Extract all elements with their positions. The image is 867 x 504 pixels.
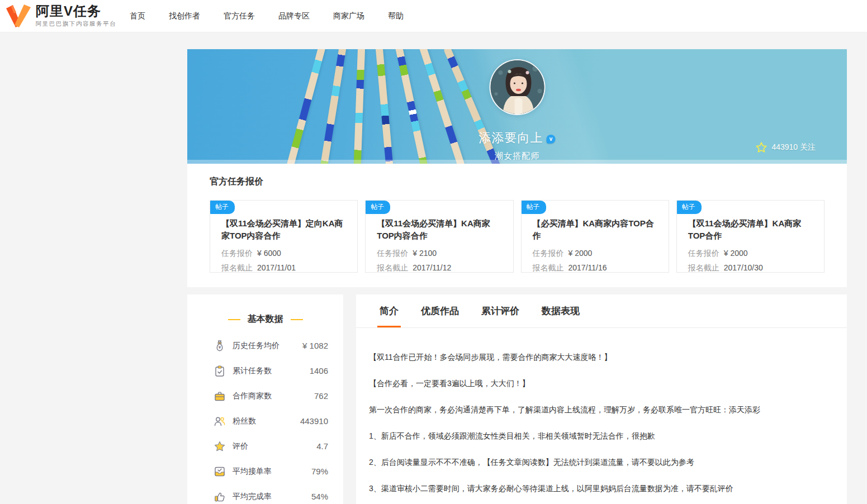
- logo-subtitle: 阿里巴巴旗下内容服务平台: [36, 20, 116, 28]
- nav-item-home[interactable]: 首页: [130, 11, 145, 21]
- inbox-check-icon: [213, 465, 226, 478]
- logo-title: 阿里V任务: [36, 4, 116, 18]
- deadline-label: 报名截止: [533, 263, 564, 273]
- tab-intro[interactable]: 简介: [380, 294, 399, 327]
- profile-name: 添添要向上: [479, 130, 543, 146]
- deadline-value: 2017/11/16: [568, 263, 607, 273]
- deadline-label: 报名截止: [377, 263, 408, 273]
- logo-v-icon: [6, 4, 31, 28]
- stat-partner-merchants: 合作商家数 762: [187, 383, 343, 408]
- intro-paragraph: 3、渠道审核小二需要时间，请大家务必耐心等待渠道上线，以阿里妈妈后台流量数据为准…: [369, 483, 833, 494]
- task-title: 【双11会场必买清单】定向KA商家TOP内容合作: [221, 217, 346, 242]
- banner-decor-sticks: [296, 49, 486, 164]
- price-value: ¥ 2100: [413, 249, 437, 259]
- section-title-official-tasks: 官方任务报价: [210, 176, 825, 188]
- stat-completion-rate: 平均完成率 54%: [187, 484, 343, 504]
- price-label: 任务报价: [377, 249, 408, 259]
- money-bag-icon: ¥: [213, 339, 226, 353]
- deadline-value: 2017/10/30: [724, 263, 763, 273]
- basic-data-panel: 基本数据 ¥ 历史任务均价 ¥ 1082: [187, 294, 343, 504]
- intro-content: 【双11合作已开始！多会场同步展现，需要合作的商家大大速度咯！】 【合作必看，一…: [356, 328, 847, 504]
- follow-count-label: 443910 关注: [771, 142, 816, 153]
- basic-data-title: 基本数据: [187, 313, 343, 325]
- main-nav: 首页 找创作者 官方任务 品牌专区 商家广场 帮助: [130, 11, 427, 21]
- tab-reviews[interactable]: 累计评价: [481, 294, 519, 327]
- price-label: 任务报价: [533, 249, 564, 259]
- nav-item-official-tasks[interactable]: 官方任务: [224, 11, 255, 21]
- task-title: 【双11会场必买清单】KA商家TOP合作: [688, 217, 813, 242]
- intro-paragraph: 【双11合作已开始！多会场同步展现，需要合作的商家大大速度咯！】: [369, 351, 833, 363]
- post-type-badge: 帖子: [366, 201, 390, 214]
- stat-total-tasks: 累计任务数 1406: [187, 358, 343, 383]
- task-card[interactable]: 帖子 【双11会场必买清单】KA商家TOP内容合作 任务报价¥ 2100 报名截…: [365, 200, 513, 273]
- deadline-label: 报名截止: [221, 263, 253, 273]
- task-card[interactable]: 帖子 【必买清单】KA商家内容TOP合作 任务报价¥ 2000 报名截止2017…: [521, 200, 669, 273]
- stat-fans: 粉丝数 443910: [187, 408, 343, 434]
- task-title: 【双11会场必买清单】KA商家TOP内容合作: [377, 217, 501, 242]
- intro-paragraph: 2、后台阅读量显示不不不准确，【任务文章阅读数】无法统计到渠道流量，请不要以此为…: [369, 457, 833, 468]
- stat-rating: 评价 4.7: [187, 434, 343, 459]
- star-follow-icon: [755, 141, 767, 154]
- profile-detail-panel: 简介 优质作品 累计评价 数据表现 【双11合作已开始！多会场同步展现，需要合作…: [356, 294, 847, 504]
- post-type-badge: 帖子: [522, 201, 546, 214]
- profile-banner: 添添要向上 v 潮女搭配师 443910 关注: [187, 49, 847, 164]
- price-value: ¥ 2000: [724, 249, 748, 259]
- price-value: ¥ 2000: [568, 249, 593, 259]
- deadline-value: 2017/11/01: [257, 263, 296, 273]
- intro-paragraph: 1、新店不合作，领域必须跟潮流女性类目相关，非相关领域暂时无法合作，很抱歉: [369, 430, 833, 441]
- tab-data-performance[interactable]: 数据表现: [542, 294, 580, 327]
- star-icon: [213, 440, 226, 453]
- nav-item-merchant-plaza[interactable]: 商家广场: [333, 11, 364, 21]
- nav-item-brand-zone[interactable]: 品牌专区: [278, 11, 310, 21]
- intro-paragraph: 第一次合作的商家，务必沟通清楚再下单，了解渠道内容上线流程，理解万岁，务必联系唯…: [369, 404, 833, 415]
- task-card[interactable]: 帖子 【双11会场必买清单】KA商家TOP合作 任务报价¥ 2000 报名截止2…: [676, 200, 825, 273]
- task-title: 【必买清单】KA商家内容TOP合作: [533, 217, 657, 242]
- stat-avg-task-price: ¥ 历史任务均价 ¥ 1082: [187, 333, 343, 358]
- post-type-badge: 帖子: [677, 201, 702, 214]
- intro-paragraph: 【合作必看，一定要看3遍以上哦，大大们！】: [369, 378, 833, 389]
- stat-acceptance-rate: 平均接单率 79%: [187, 459, 343, 484]
- price-value: ¥ 6000: [257, 249, 281, 259]
- hand-ok-icon: [213, 490, 226, 503]
- clipboard-icon: [213, 364, 226, 378]
- briefcase-icon: [213, 389, 226, 403]
- profile-tabs: 简介 优质作品 累计评价 数据表现: [356, 294, 847, 328]
- tab-featured-works[interactable]: 优质作品: [421, 294, 459, 327]
- task-card[interactable]: 帖子 【双11会场必买清单】定向KA商家TOP内容合作 任务报价¥ 6000 报…: [210, 200, 358, 273]
- follow-count[interactable]: 443910 关注: [755, 141, 816, 154]
- verified-badge-icon: v: [547, 135, 556, 144]
- logo[interactable]: 阿里V任务 阿里巴巴旗下内容服务平台: [6, 4, 130, 28]
- post-type-badge: 帖子: [210, 201, 235, 214]
- price-label: 任务报价: [221, 249, 253, 259]
- top-navbar: 阿里V任务 阿里巴巴旗下内容服务平台 首页 找创作者 官方任务 品牌专区 商家广…: [0, 0, 867, 32]
- deadline-value: 2017/11/12: [413, 263, 451, 273]
- price-label: 任务报价: [688, 249, 719, 259]
- fans-icon: [213, 415, 226, 428]
- svg-text:¥: ¥: [219, 345, 221, 350]
- nav-item-help[interactable]: 帮助: [388, 11, 404, 21]
- official-task-section: 官方任务报价 帖子 【双11会场必买清单】定向KA商家TOP内容合作 任务报价¥…: [187, 164, 847, 287]
- nav-item-find-creators[interactable]: 找创作者: [169, 11, 200, 21]
- profile-role: 潮女搭配师: [479, 151, 556, 161]
- deadline-label: 报名截止: [688, 263, 719, 273]
- avatar: [489, 59, 545, 115]
